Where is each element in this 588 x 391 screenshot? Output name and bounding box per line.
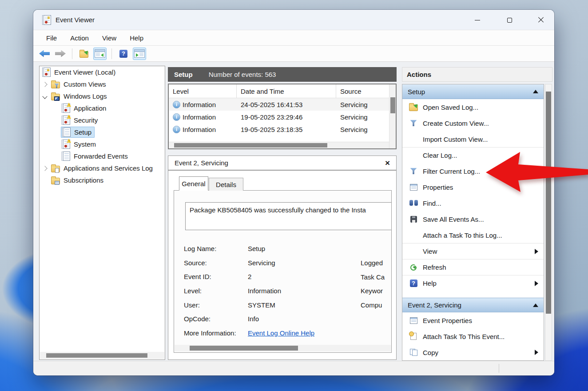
actions-pane: Setup Open Saved Log... Create Custom Vi…	[402, 84, 544, 361]
actions-group-setup[interactable]: Setup	[402, 84, 544, 99]
close-preview-icon[interactable]: ×	[385, 159, 390, 167]
general-tab-content: Package KB5058405 was successfully chang…	[174, 190, 392, 353]
tree-item-subscriptions[interactable]: Subscriptions	[40, 174, 165, 186]
scrollbar-thumb[interactable]	[190, 346, 298, 351]
field-value: Info	[248, 315, 259, 323]
field-value: Setup	[248, 245, 265, 252]
console-tree-icon	[95, 49, 105, 58]
help-button[interactable]: ?	[117, 48, 130, 60]
field-value: Information	[248, 287, 281, 295]
list-horizontal-scrollbar[interactable]	[169, 142, 389, 148]
actions-vertical-scrollbar[interactable]	[545, 84, 552, 361]
column-source[interactable]: Source	[336, 84, 396, 98]
event-preview-panel: Event 2, Servicing × General Details Pac…	[168, 156, 397, 360]
action-attach-task-to-log[interactable]: Attach a Task To this Log...	[402, 227, 544, 243]
submenu-arrow-icon	[535, 281, 538, 286]
forward-button[interactable]	[54, 48, 67, 60]
table-row[interactable]: iInformation 19-05-2025 23:29:46 Servici…	[169, 111, 396, 123]
action-open-saved-log[interactable]: Open Saved Log...	[402, 99, 544, 115]
tree-item-windows-logs[interactable]: Windows Logs	[40, 90, 165, 102]
field-label: Task Ca	[361, 270, 385, 284]
tree-item-event-viewer-local[interactable]: Event Viewer (Local)	[40, 66, 165, 78]
tree-item-application[interactable]: Application	[40, 102, 165, 114]
menu-bar: File Action View Help	[33, 30, 554, 46]
event-message-box[interactable]: Package KB5058405 was successfully chang…	[185, 202, 392, 230]
action-event-properties[interactable]: Event Properties	[402, 312, 544, 328]
chevron-right-icon[interactable]	[42, 166, 47, 171]
tree-item-system[interactable]: System	[40, 138, 165, 150]
collapse-icon[interactable]	[533, 90, 538, 93]
menu-file[interactable]: File	[40, 32, 64, 44]
scrollbar-thumb[interactable]	[46, 353, 147, 358]
action-import-custom-view[interactable]: Import Custom View...	[402, 131, 544, 147]
event-viewer-icon	[42, 68, 51, 77]
app-icon	[42, 15, 51, 25]
scrollbar-thumb[interactable]	[174, 143, 327, 148]
submenu-arrow-icon	[535, 249, 538, 254]
action-create-custom-view[interactable]: Create Custom View...	[402, 115, 544, 131]
minimize-button[interactable]	[470, 13, 485, 27]
field-label: Log Name:	[184, 245, 248, 252]
menu-help[interactable]: Help	[123, 32, 150, 44]
information-icon: i	[173, 101, 180, 108]
event-log-online-help-link[interactable]: Event Log Online Help	[248, 329, 314, 337]
list-vertical-scrollbar[interactable]	[389, 84, 396, 148]
action-help[interactable]: ?Help	[402, 275, 544, 291]
status-bar	[33, 361, 554, 375]
maximize-button[interactable]	[502, 13, 517, 27]
help-icon: ?	[119, 50, 127, 58]
action-attach-task-to-event[interactable]: Attach Task To This Event...	[402, 328, 544, 344]
tree-selection: Setup	[61, 127, 95, 138]
tree-item-applications-services-logs[interactable]: Applications and Services Log	[40, 162, 165, 174]
detail-horizontal-scrollbar[interactable]	[175, 345, 391, 351]
event-list-panel: Level Date and Time Source iInformation …	[168, 84, 397, 149]
log-icon	[62, 140, 70, 149]
action-filter-current-log[interactable]: Filter Current Log...	[402, 163, 544, 179]
menu-view[interactable]: View	[95, 32, 123, 44]
event-fields-right-column: Logged Task Ca Keywor Compu	[361, 256, 385, 312]
tab-details[interactable]: Details	[209, 178, 243, 191]
copy-icon	[410, 349, 417, 356]
scrollbar-thumb[interactable]	[390, 97, 395, 113]
preview-header: Event 2, Servicing ×	[168, 156, 396, 171]
tree-item-forwarded-events[interactable]: Forwarded Events	[40, 150, 165, 162]
chevron-right-icon[interactable]	[42, 82, 47, 87]
actions-group-event[interactable]: Event 2, Servicing	[402, 298, 544, 312]
toggle-action-pane-button[interactable]	[133, 48, 146, 60]
action-properties[interactable]: Properties	[402, 179, 544, 195]
log-icon	[62, 116, 70, 125]
chevron-down-icon[interactable]	[42, 94, 47, 99]
action-copy[interactable]: Copy	[402, 344, 544, 360]
open-saved-log-button[interactable]	[77, 48, 91, 60]
tab-general[interactable]: General	[179, 176, 208, 191]
folder-grid-icon	[51, 178, 60, 184]
close-button[interactable]	[533, 13, 548, 27]
menu-action[interactable]: Action	[64, 32, 95, 44]
tree-item-security[interactable]: Security	[40, 114, 165, 126]
log-icon	[62, 152, 70, 161]
binoculars-icon	[409, 200, 418, 206]
scrollbar-thumb[interactable]	[546, 92, 551, 314]
toolbar: ?	[33, 46, 554, 62]
action-view[interactable]: View	[402, 243, 544, 259]
information-icon: i	[173, 126, 180, 133]
save-icon	[410, 216, 417, 223]
tree-horizontal-scrollbar[interactable]	[40, 352, 164, 359]
toggle-console-tree-button[interactable]	[93, 48, 107, 60]
tree-item-setup[interactable]: Setup	[40, 126, 165, 138]
action-clear-log[interactable]: Clear Log...	[402, 147, 544, 163]
table-row[interactable]: iInformation 24-05-2025 16:41:53 Servici…	[169, 98, 396, 111]
action-save-all-events-as[interactable]: Save All Events As...	[402, 211, 544, 227]
workspace: Event Viewer (Local) Custom Views Window…	[33, 62, 554, 361]
column-level[interactable]: Level	[169, 84, 237, 98]
action-find[interactable]: Find...	[402, 195, 544, 211]
help-icon: ?	[410, 279, 417, 287]
tree-item-custom-views[interactable]: Custom Views	[40, 78, 165, 90]
actions-pane-title: Actions	[402, 67, 552, 82]
collapse-icon[interactable]	[533, 303, 538, 307]
action-refresh[interactable]: Refresh	[402, 259, 544, 275]
table-row[interactable]: iInformation 19-05-2025 23:18:35 Servici…	[169, 123, 396, 136]
events-header-bar: Setup Number of events: 563	[168, 67, 397, 82]
back-button[interactable]	[38, 48, 51, 60]
column-date-time[interactable]: Date and Time	[237, 84, 336, 98]
